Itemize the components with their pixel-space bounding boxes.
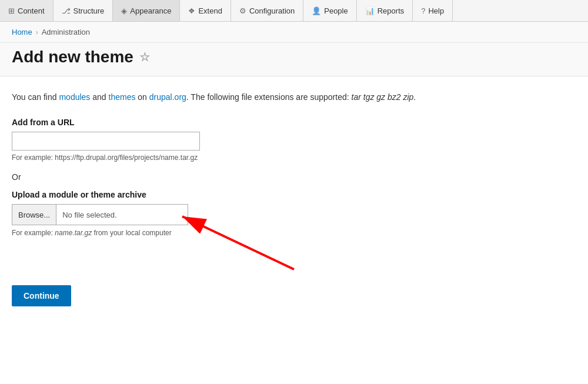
nav-people-label: People <box>324 6 348 15</box>
url-label: Add from a URL <box>12 118 576 127</box>
nav-configuration-label: Configuration <box>249 6 295 15</box>
intro-middle: on <box>135 92 149 102</box>
drupal-link[interactable]: drupal.org <box>149 92 186 102</box>
nav-appearance[interactable]: ◈ Appearance <box>113 0 180 21</box>
upload-hint-prefix: For example: <box>12 229 55 237</box>
url-input[interactable] <box>12 132 200 151</box>
upload-hint: For example: name.tar.gz from your local… <box>12 229 576 237</box>
upload-label: Upload a module or theme archive <box>12 190 576 199</box>
intro-suffix: . The following file extensions are supp… <box>186 92 352 102</box>
intro-and: and <box>90 92 108 102</box>
intro-period: . <box>413 92 416 102</box>
page-title-wrap: Add new theme ☆ <box>0 43 588 76</box>
main-navbar: ⊞ Content ⎇ Structure ◈ Appearance ❖ Ext… <box>0 0 588 22</box>
breadcrumb-bar: Home › Administration <box>0 22 588 43</box>
intro-paragraph: You can find modules and themes on drupa… <box>12 91 576 103</box>
nav-structure-label: Structure <box>74 6 105 15</box>
no-file-text: No file selected. <box>56 211 123 219</box>
url-hint: For example: https://ftp.drupal.org/file… <box>12 153 576 162</box>
help-icon: ? <box>421 6 425 15</box>
or-divider: Or <box>12 172 576 182</box>
breadcrumb-home[interactable]: Home <box>12 28 32 36</box>
breadcrumb-separator: › <box>36 28 38 36</box>
reports-icon: 📊 <box>365 6 375 15</box>
structure-icon: ⎇ <box>62 6 71 15</box>
extend-icon: ❖ <box>188 6 195 15</box>
themes-link[interactable]: themes <box>109 92 136 102</box>
nav-structure[interactable]: ⎇ Structure <box>54 0 113 21</box>
nav-reports[interactable]: 📊 Reports <box>357 0 413 21</box>
nav-help-label: Help <box>428 6 444 15</box>
nav-appearance-label: Appearance <box>130 6 171 15</box>
main-content: You can find modules and themes on drupa… <box>0 76 588 320</box>
upload-hint-example: name.tar.gz <box>55 229 92 237</box>
continue-button[interactable]: Continue <box>12 285 71 306</box>
nav-people[interactable]: 👤 People <box>303 0 356 21</box>
intro-prefix: You can find <box>12 92 59 102</box>
people-icon: 👤 <box>312 6 321 15</box>
breadcrumb: Home › Administration <box>12 28 576 36</box>
nav-extend[interactable]: ❖ Extend <box>180 0 230 21</box>
nav-extend-label: Extend <box>198 6 222 15</box>
page-title: Add new theme ☆ <box>12 48 576 66</box>
browse-button[interactable]: Browse... <box>12 205 56 225</box>
red-arrow-annotation <box>171 205 300 275</box>
content-icon: ⊞ <box>8 6 15 15</box>
svg-line-1 <box>182 216 294 269</box>
appearance-icon: ◈ <box>121 6 127 15</box>
nav-configuration[interactable]: ⚙ Configuration <box>231 0 303 21</box>
nav-content[interactable]: ⊞ Content <box>0 0 54 21</box>
upload-hint-suffix: from your local computer <box>92 229 171 237</box>
nav-reports-label: Reports <box>377 6 405 15</box>
configuration-icon: ⚙ <box>239 6 246 15</box>
nav-help[interactable]: ? Help <box>413 0 453 21</box>
modules-link[interactable]: modules <box>59 92 90 102</box>
extensions-text: tar tgz gz bz2 zip <box>352 92 414 102</box>
file-input-wrapper: Browse... No file selected. <box>12 204 188 225</box>
favorite-star-icon[interactable]: ☆ <box>139 50 150 64</box>
breadcrumb-current: Administration <box>42 28 90 36</box>
nav-content-label: Content <box>18 6 45 15</box>
